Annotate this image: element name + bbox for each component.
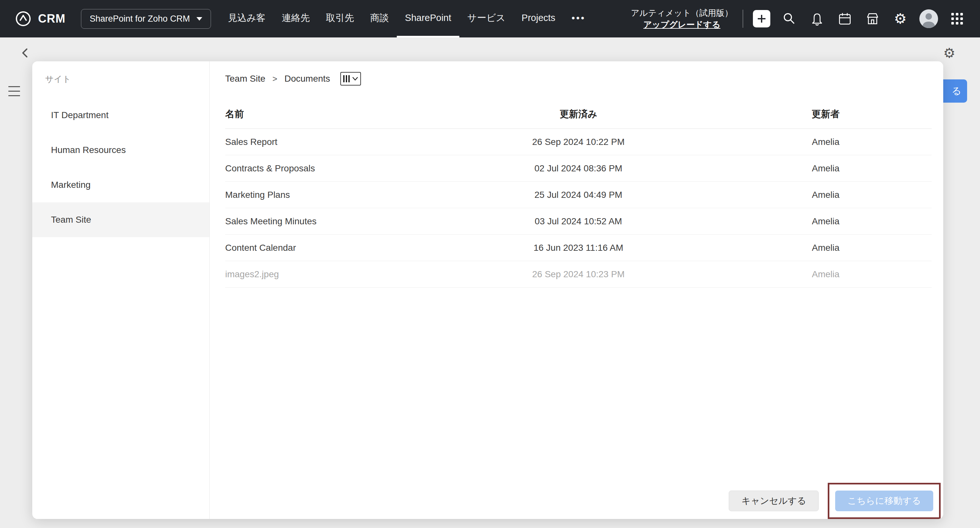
workspace: ⚙ る サイト IT Department Human Resources Ma… [0,37,980,528]
settings-gear-icon[interactable]: ⚙ [892,10,909,27]
documents-table: 名前 更新済み 更新者 Sales Report 26 Sep 2024 10:… [225,103,932,287]
topbar-divider [743,10,743,28]
cell-modified: 26 Sep 2024 10:23 PM [437,269,720,279]
table-header-row: 名前 更新済み 更新者 [225,103,932,129]
more-menu-icon[interactable]: ••• [563,0,594,37]
nav-item-leads[interactable]: 見込み客 [220,0,274,37]
header-modified-by: 更新者 [720,108,932,121]
annotation-highlight-box: こちらに移動する [828,483,941,519]
library-icon [343,75,350,82]
table-row[interactable]: Sales Meeting Minutes 03 Jul 2024 10:52 … [225,208,932,234]
nav-item-projects[interactable]: Projects [514,0,563,37]
zoho-logo-icon [14,10,32,28]
cell-name: Marketing Plans [225,190,437,200]
table-row[interactable]: Marketing Plans 25 Jul 2024 04:49 PM Ame… [225,182,932,208]
quick-create-icon[interactable] [753,10,770,27]
cell-modified: 16 Jun 2023 11:16 AM [437,243,720,253]
cell-name: Contracts & Proposals [225,163,437,174]
cell-name: Sales Report [225,137,437,147]
app-grid-icon[interactable] [948,10,966,27]
breadcrumb-current: Documents [285,73,330,84]
cell-modified: 25 Jul 2024 04:49 PM [437,190,720,200]
dialog-footer: キャンセルする こちらに移動する [729,483,941,519]
library-view-selector[interactable] [340,72,361,86]
nav-item-deals[interactable]: 商談 [362,0,397,37]
breadcrumb-root[interactable]: Team Site [225,73,266,84]
cell-modified: 03 Jul 2024 10:52 AM [437,216,720,227]
chevron-down-icon [352,77,358,81]
table-row[interactable]: Contracts & Proposals 02 Jul 2024 08:36 … [225,155,932,182]
topbar: CRM SharePoint for Zoho CRM 見込み客 連絡先 取引先… [0,0,980,37]
cell-modified-by: Amelia [720,216,932,227]
nav-item-accounts[interactable]: 取引先 [318,0,362,37]
marketplace-icon[interactable] [864,10,881,27]
header-modified: 更新済み [437,108,720,121]
brand-name: CRM [38,12,65,26]
table-row[interactable]: Content Calendar 16 Jun 2023 11:16 AM Am… [225,234,932,261]
cell-modified-by: Amelia [720,269,932,279]
app-selector-dropdown[interactable]: SharePoint for Zoho CRM [81,9,211,29]
plan-info: アルティメット（試用版） アップグレードする [631,7,733,31]
table-row[interactable]: Sales Report 26 Sep 2024 10:22 PM Amelia [225,129,932,155]
cell-modified-by: Amelia [720,190,932,200]
plan-label: アルティメット（試用版） [631,7,733,19]
sidebar-item-team-site[interactable]: Team Site [32,203,209,237]
brand: CRM [14,10,65,28]
breadcrumb: Team Site > Documents [225,71,932,86]
nav-item-sharepoint[interactable]: SharePoint [397,0,459,37]
move-here-button[interactable]: こちらに移動する [835,491,933,511]
cell-name: Content Calendar [225,243,437,253]
cell-modified-by: Amelia [720,243,932,253]
cell-modified-by: Amelia [720,137,932,147]
upgrade-link[interactable]: アップグレードする [631,19,733,30]
table-row-disabled: images2.jpeg 26 Sep 2024 10:23 PM Amelia [225,261,932,287]
header-name: 名前 [225,108,437,121]
cell-modified-by: Amelia [720,163,932,174]
dialog-content: Team Site > Documents 名前 更新済み 更新者 Sal [210,61,943,519]
cell-name: Sales Meeting Minutes [225,216,437,227]
nav-item-contacts[interactable]: 連絡先 [274,0,318,37]
cell-name: images2.jpeg [225,269,437,279]
sidebar-item-human-resources[interactable]: Human Resources [32,132,209,167]
cell-modified: 26 Sep 2024 10:22 PM [437,137,720,147]
cell-modified: 02 Jul 2024 08:36 PM [437,163,720,174]
sidebar-title: サイト [32,73,209,85]
sidebar-item-marketing[interactable]: Marketing [32,167,209,203]
breadcrumb-separator: > [272,74,277,84]
hamburger-menu-icon[interactable] [8,83,20,100]
main-nav: 見込み客 連絡先 取引先 商談 SharePoint サービス Projects… [220,0,594,37]
user-avatar[interactable] [920,10,938,28]
sidebar-item-it-department[interactable]: IT Department [32,98,209,132]
sharepoint-move-dialog: サイト IT Department Human Resources Market… [32,61,943,519]
nav-item-services[interactable]: サービス [459,0,514,37]
search-icon[interactable] [781,10,798,27]
topbar-icons: ⚙ [753,10,966,28]
page-settings-gear-icon[interactable]: ⚙ [943,45,956,61]
notifications-bell-icon[interactable] [808,10,826,27]
cancel-button[interactable]: キャンセルする [729,491,819,511]
sites-sidebar: サイト IT Department Human Resources Market… [32,61,210,519]
back-chevron-icon[interactable] [19,46,32,59]
app-selector-label: SharePoint for Zoho CRM [90,14,190,24]
calendar-icon[interactable] [836,10,854,27]
chevron-down-icon [196,17,202,21]
